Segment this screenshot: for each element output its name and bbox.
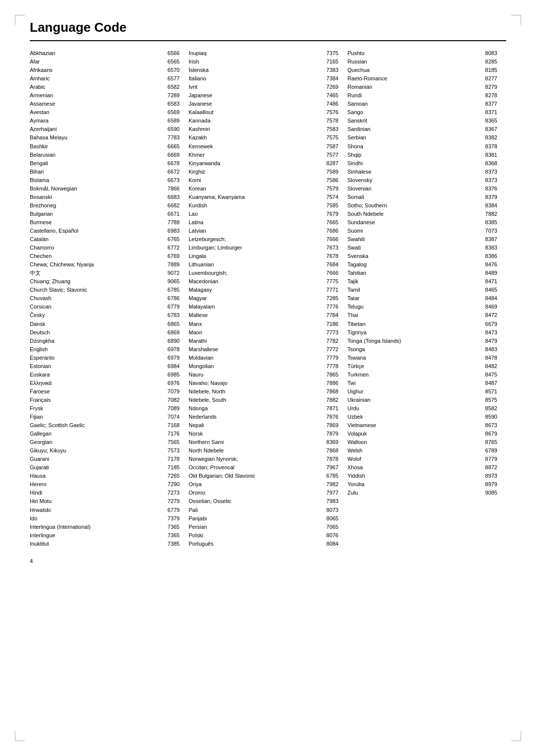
language-code: 7575 (321, 133, 338, 142)
language-name: Maori (189, 328, 321, 337)
language-name: Tswana (347, 354, 479, 362)
table-row: Georgian7565 (30, 438, 184, 446)
language-code: 6669 (162, 151, 180, 159)
table-row: Vietnamese8673 (347, 421, 501, 430)
language-name: Nauru (189, 371, 321, 379)
table-row: Mongolian7778 (189, 362, 342, 371)
language-name: Navaho; Navajo (189, 379, 321, 387)
language-code: 6779 (162, 303, 180, 311)
language-name: Brezhoneg (30, 201, 162, 210)
table-row: Latina7665 (189, 218, 342, 227)
language-code: 7587 (321, 142, 338, 151)
language-name: North Ndebele (189, 446, 321, 455)
language-name: Church Slavic; Slavonic (30, 286, 162, 294)
language-name: Oromo (189, 489, 321, 497)
table-row: Walloon8765 (347, 438, 501, 446)
language-name: Belarusian (30, 151, 162, 159)
language-code: 6983 (162, 227, 180, 235)
language-name: Turkmen (347, 371, 479, 379)
table-row: Inuktitut7385 (30, 540, 184, 548)
language-name: Malayalam (189, 303, 321, 311)
language-name: Armenian (30, 91, 162, 100)
table-row: Abkhazian6566 (30, 49, 184, 58)
language-code: 7982 (321, 480, 338, 489)
language-name: Yiddish (347, 472, 479, 480)
language-code: 7879 (321, 430, 338, 438)
table-row: Turkmen8475 (347, 371, 501, 379)
table-row: Kuanyama; Kwanyama7574 (189, 193, 342, 201)
table-row: Slovenian8376 (347, 185, 501, 193)
language-code: 6779 (162, 506, 180, 514)
language-code: 8365 (479, 117, 497, 125)
language-code: 8387 (479, 235, 497, 244)
language-name: Kalaallisut (189, 108, 321, 117)
language-name: Tatar (347, 294, 479, 303)
language-code: 7686 (321, 227, 338, 235)
language-name: Marathi (189, 337, 321, 345)
language-name: Bulgarian (30, 210, 162, 218)
table-row: Samoan8377 (347, 100, 501, 108)
table-row: Tatar8484 (347, 294, 501, 303)
language-code: 8382 (479, 133, 497, 142)
language-code: 7165 (321, 58, 338, 66)
language-name: Français (30, 396, 162, 404)
table-row: Telugu8469 (347, 303, 501, 311)
language-code: 7578 (321, 117, 338, 125)
language-name: Português (189, 540, 321, 548)
language-code: 8285 (479, 58, 497, 66)
table-row: Tahitian8489 (347, 269, 501, 277)
language-name: Fijian (30, 413, 162, 421)
language-code: 9085 (479, 489, 497, 497)
language-name: Komi (189, 176, 321, 185)
language-code: 6590 (162, 125, 180, 133)
language-name: Sinhalese (347, 168, 479, 176)
table-row: Português8084 (189, 540, 342, 548)
language-code: 7384 (321, 74, 338, 83)
language-code: 6783 (162, 311, 180, 319)
language-name: Sango (347, 108, 479, 117)
table-row: Old Bulgarian; Old Slavonic6785 (189, 472, 342, 480)
table-row: Malayalam7776 (189, 303, 342, 311)
table-row: Bashkir6665 (30, 142, 184, 151)
language-code: 8385 (479, 218, 497, 227)
language-name: Tonga (Tonga Islands) (347, 337, 479, 345)
language-code: 8872 (479, 463, 497, 472)
language-name: Tibetan (347, 320, 479, 328)
table-row: Volapuk8679 (347, 430, 501, 438)
table-row: Lithuanian7684 (189, 260, 342, 269)
table-row: Uzbek8590 (347, 413, 501, 421)
table-row: Pali8073 (189, 506, 342, 514)
table-row: Shqip8381 (347, 151, 501, 159)
table-row: Chuvash6786 (30, 294, 184, 303)
table-row: North Ndebele7868 (189, 446, 342, 455)
table-row: Swati8383 (347, 244, 501, 252)
language-name: Japanese (189, 91, 321, 100)
language-name: Magyar (189, 294, 321, 303)
language-code: 6772 (162, 244, 180, 252)
language-name: Manx (189, 320, 321, 328)
language-name: Swati (347, 244, 479, 252)
table-row: Yiddish8973 (347, 472, 501, 480)
language-code: 8377 (479, 100, 497, 108)
table-row: Kalaallisut7576 (189, 108, 342, 117)
language-name: Dzongkha (30, 337, 162, 345)
table-row: Kirghiz7589 (189, 168, 342, 176)
language-name: Sanskrit (347, 117, 479, 125)
table-row: Limburgan; Limburger7673 (189, 244, 342, 252)
table-row: Tibetan6679 (347, 320, 501, 328)
table-row: Bislama6673 (30, 176, 184, 185)
table-row: Bengali6678 (30, 159, 184, 168)
language-name: Bislama (30, 176, 162, 185)
table-row: Moldavian7779 (189, 354, 342, 362)
table-row: Malagasy7771 (189, 286, 342, 294)
language-name: Guarani (30, 455, 162, 463)
language-name: Herero (30, 480, 162, 489)
language-code: 7583 (321, 125, 338, 133)
table-row: Inupiaq7375 (189, 49, 342, 58)
language-code: 7375 (321, 49, 338, 58)
table-row: Macedonian7775 (189, 277, 342, 286)
table-row: Česky6783 (30, 311, 184, 319)
language-code: 7666 (321, 269, 338, 277)
table-row: Urdu8582 (347, 404, 501, 413)
language-code: 7577 (321, 151, 338, 159)
